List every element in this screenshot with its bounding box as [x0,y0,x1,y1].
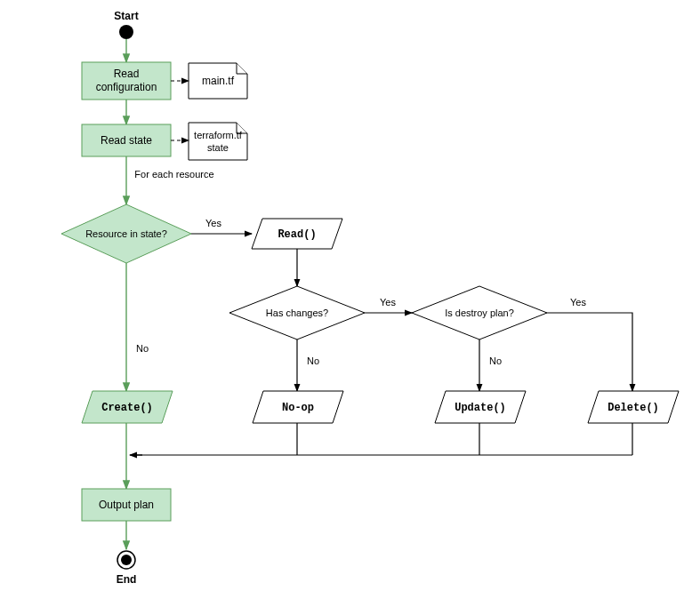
start-label: Start [114,10,138,22]
noop-label: No-op [282,402,314,414]
yes-label-3: Yes [570,297,586,307]
read-label: Read() [278,228,316,241]
yes-label-2: Yes [380,297,396,307]
maintf-label: main.tf [202,75,235,87]
end-dot [121,555,132,565]
tfstate-label-1: terraform.tf [194,130,243,140]
create-label: Create() [101,402,153,414]
no-label-1: No [136,343,149,354]
start-node [119,25,133,39]
tfstate-label-2: state [207,142,229,153]
is-destroy-label: Is destroy plan? [445,307,514,318]
read-config-label-2: configuration [96,81,157,93]
resource-in-state-label: Resource in state? [85,228,167,239]
read-state-label: Read state [101,134,152,147]
delete-label: Delete() [607,402,659,414]
yes-label-1: Yes [205,218,221,228]
has-changes-label: Has changes? [266,307,328,318]
end-label: End [117,573,137,586]
no-label-3: No [489,355,502,366]
output-plan-label: Output plan [99,499,154,511]
no-label-2: No [307,355,319,366]
flowchart: Start Read configuration main.tf Read st… [0,0,700,607]
edge-yes-delete [547,313,632,391]
update-label: Update() [455,402,506,414]
read-config-label-1: Read [114,68,140,80]
for-each-label: For each resource [134,169,213,180]
